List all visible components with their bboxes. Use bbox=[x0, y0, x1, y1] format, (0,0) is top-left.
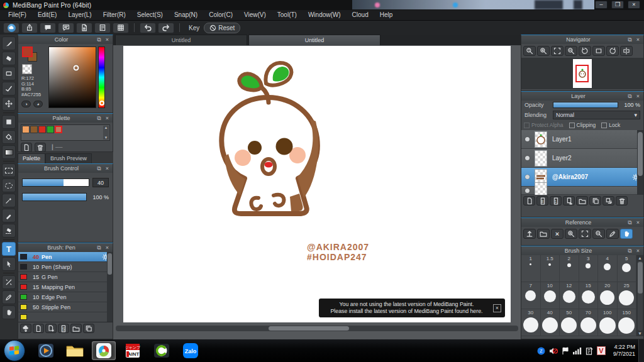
layer-visibility-dot[interactable] bbox=[525, 175, 530, 179]
document-tab-0[interactable]: Untitled bbox=[115, 35, 247, 45]
bucket-tool[interactable] bbox=[2, 130, 16, 144]
shape-tool[interactable] bbox=[2, 67, 16, 80]
popout-icon[interactable]: ⧉ bbox=[626, 248, 633, 255]
zoom-out-button[interactable] bbox=[565, 46, 577, 56]
navigator-viewport-box[interactable] bbox=[575, 65, 589, 82]
popout-icon[interactable]: ⧉ bbox=[96, 165, 103, 172]
close-icon[interactable]: × bbox=[635, 93, 641, 100]
maximize-button[interactable]: ❒ bbox=[611, 1, 624, 9]
taskbar-app-media-player[interactable] bbox=[34, 341, 58, 360]
brush-item-pen[interactable]: 40Pen bbox=[18, 252, 113, 262]
snap-tool[interactable] bbox=[2, 82, 16, 96]
menu-item-select[interactable]: Select(S) bbox=[131, 10, 169, 20]
taskbar-app-zalo[interactable]: Zalo bbox=[179, 341, 203, 360]
add-1bit-layer-button[interactable]: 1 bbox=[550, 196, 562, 206]
zoom-in-button[interactable] bbox=[537, 46, 550, 56]
material-button[interactable] bbox=[94, 23, 111, 33]
palette-swatch-4[interactable] bbox=[55, 126, 62, 133]
select-rect-tool[interactable] bbox=[2, 163, 16, 177]
lasso-tool[interactable] bbox=[2, 178, 16, 192]
menu-item-tool[interactable]: Tool(T) bbox=[272, 10, 303, 20]
layer-visibility-dot[interactable] bbox=[525, 156, 530, 160]
brush-size-15[interactable]: 15 bbox=[579, 282, 599, 309]
checkbox-lock[interactable]: Lock bbox=[601, 122, 623, 128]
close-button[interactable]: × bbox=[628, 1, 640, 9]
taskbar-app-jump-paint[interactable]: ジャンプAINT bbox=[121, 341, 145, 360]
network-icon[interactable] bbox=[573, 347, 582, 354]
fill-tool[interactable] bbox=[2, 115, 16, 129]
checkbox-box[interactable] bbox=[601, 123, 607, 128]
checkbox-box[interactable] bbox=[524, 123, 530, 128]
brush-size-20[interactable]: 20 bbox=[598, 282, 618, 309]
volume-muted-icon[interactable] bbox=[549, 347, 558, 355]
clear-button[interactable]: × bbox=[551, 229, 564, 239]
close-icon[interactable]: × bbox=[635, 36, 641, 43]
layer-visibility-dot[interactable] bbox=[525, 137, 530, 141]
taskbar-app-medibang[interactable] bbox=[92, 341, 116, 360]
fit-screen-button[interactable] bbox=[579, 229, 591, 239]
menu-item-edit[interactable]: Edit(E) bbox=[32, 10, 63, 20]
brush-size-40[interactable]: 40 bbox=[541, 309, 560, 336]
divide-tool[interactable] bbox=[2, 275, 16, 289]
start-button[interactable] bbox=[4, 340, 25, 361]
brush-size-slider[interactable] bbox=[22, 178, 89, 187]
brush-size-100[interactable]: 100 bbox=[598, 309, 618, 336]
checkbox-clipping[interactable]: Clipping bbox=[569, 122, 599, 128]
navigator-preview[interactable] bbox=[521, 58, 643, 89]
hue-bar[interactable] bbox=[98, 47, 105, 108]
brush-size-30[interactable]: 30 bbox=[521, 309, 541, 336]
duplicate-brush-button[interactable] bbox=[83, 324, 94, 333]
reset-rotation-button[interactable] bbox=[592, 46, 605, 56]
zalo-tray-icon[interactable]: Z bbox=[537, 347, 545, 355]
popout-icon[interactable]: ⧉ bbox=[626, 36, 633, 43]
rotate-cw-button[interactable] bbox=[606, 46, 619, 56]
hue-marker[interactable] bbox=[99, 101, 104, 106]
popout-icon[interactable]: ⧉ bbox=[96, 244, 103, 251]
magic-wand-tool[interactable] bbox=[2, 194, 16, 207]
panel-tab-brush-preview[interactable]: Brush Preview bbox=[45, 153, 92, 163]
brush-size-scrollbar[interactable]: ▲ ▼ bbox=[636, 255, 643, 336]
brush-size-50[interactable]: 50 bbox=[560, 309, 579, 336]
brush-size-2[interactable]: 2 bbox=[560, 255, 579, 282]
rgb-mode-button[interactable]: ◑ bbox=[21, 101, 31, 107]
minimize-button[interactable]: – bbox=[595, 1, 608, 9]
hsv-mode-button[interactable]: ◕ bbox=[33, 101, 43, 107]
brush-size-10[interactable]: 10 bbox=[541, 282, 560, 309]
menu-item-color[interactable]: Color(C) bbox=[203, 10, 238, 20]
menu-item-window[interactable]: Window(W) bbox=[303, 10, 347, 20]
transfer-layer-button[interactable] bbox=[602, 196, 614, 206]
brush-item-pen-sharp-[interactable]: 10Pen (Sharp) bbox=[18, 262, 113, 272]
script-brush-button[interactable]: S bbox=[58, 324, 69, 333]
close-icon[interactable]: × bbox=[104, 244, 111, 251]
hand-tool[interactable] bbox=[2, 305, 16, 319]
show-desktop-button[interactable] bbox=[638, 339, 644, 362]
brush-size-7[interactable]: 7 bbox=[521, 282, 541, 309]
brush-tool[interactable] bbox=[2, 36, 16, 50]
fit-screen-button[interactable] bbox=[551, 46, 564, 56]
document-button[interactable] bbox=[76, 23, 92, 33]
delete-palette-color-button[interactable] bbox=[35, 143, 46, 152]
transparent-color-swatch[interactable] bbox=[22, 64, 32, 74]
duplicate-layer-button[interactable] bbox=[589, 196, 601, 206]
grid-pen-button[interactable] bbox=[113, 23, 129, 33]
panel-tab-palette[interactable]: Palette bbox=[18, 153, 45, 163]
scroll-down-icon[interactable]: ▼ bbox=[638, 331, 642, 336]
close-icon[interactable]: × bbox=[635, 219, 641, 226]
brush-size-12[interactable]: 12 bbox=[560, 282, 579, 309]
import-image-button[interactable] bbox=[523, 229, 536, 239]
hand-button[interactable] bbox=[620, 229, 633, 239]
undo-button[interactable] bbox=[140, 23, 156, 33]
taskbar-clock[interactable]: 4:22 PM 9/7/2021 bbox=[613, 344, 635, 358]
close-icon[interactable]: × bbox=[104, 115, 111, 122]
move-tool[interactable] bbox=[2, 97, 16, 111]
popout-icon[interactable]: ⧉ bbox=[96, 36, 103, 43]
taskbar-app-coc-coc[interactable] bbox=[150, 341, 174, 360]
menu-item-help[interactable]: Help bbox=[374, 10, 399, 20]
brush-item-mapping-pen[interactable]: 15Mapping Pen bbox=[18, 282, 113, 292]
chat-button[interactable] bbox=[58, 23, 74, 33]
cloud-download-brush-button[interactable] bbox=[20, 324, 31, 333]
foreground-color-swatch[interactable] bbox=[22, 47, 33, 57]
blending-dropdown[interactable]: Normal ▾ bbox=[553, 111, 640, 119]
eraser-tool[interactable] bbox=[2, 52, 16, 65]
add-brush-menu-button[interactable] bbox=[45, 324, 57, 333]
